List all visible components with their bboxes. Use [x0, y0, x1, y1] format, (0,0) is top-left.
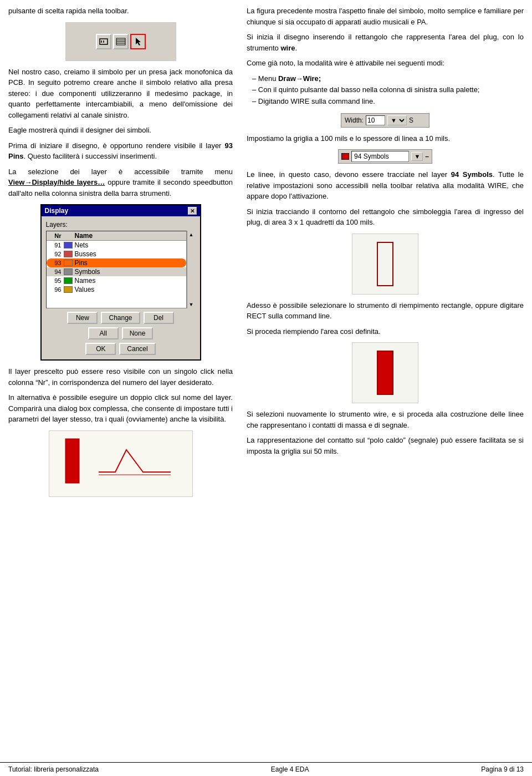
filled-rect-shape — [377, 351, 393, 395]
symbol-widget: 94 Symbols ▼ – — [338, 149, 432, 164]
toolbar-image — [65, 22, 176, 61]
new-button[interactable]: New — [67, 312, 98, 324]
width-widget-container: Width: ▼ S — [247, 113, 524, 128]
para-layer-93-text2: . Questo faciliterà i successivi inserim… — [23, 152, 157, 160]
layer-95-name: Names — [75, 277, 96, 285]
sketch-image-container — [8, 430, 233, 497]
list-item-commandline: Digitando WIRE sulla command line. — [252, 96, 524, 108]
dialog-btn-row-1: New Change Del — [46, 312, 196, 324]
layer-93-name: Pins — [75, 259, 88, 267]
footer-center: Eagle 4 EDA — [271, 765, 309, 773]
toolbar-btn-highlighted — [130, 34, 146, 49]
list-item-menu: Menu Draw→Wire; — [252, 73, 524, 85]
symbol-layer-label: 94 Symbols — [351, 151, 409, 162]
none-button[interactable]: None — [122, 327, 154, 339]
sketch-svg — [54, 433, 187, 494]
toolbar-icon-cursor — [133, 37, 143, 47]
para-double-click: In alternativa è possibile eseguire un d… — [8, 392, 233, 425]
page: pulsante di scelta rapida nella toolbar. — [0, 0, 532, 776]
layers-label: Layers: — [46, 221, 196, 229]
para-eagle-designer: Eagle mostrerà quindi il designer dei si… — [8, 125, 233, 136]
ok-button[interactable]: OK — [85, 343, 116, 355]
para-polo-caldo: La rappresentazione del contatto sul “po… — [247, 435, 524, 457]
svg-rect-7 — [65, 439, 79, 483]
draw-wire-label: Draw→Wire; — [278, 74, 321, 83]
para-layer-93: Prima di iniziare il disegno, è opportun… — [8, 140, 233, 162]
layers-list[interactable]: Nr Name 91 Nets 92 — [46, 231, 187, 308]
filled-rect-preview — [352, 342, 418, 403]
layer-91-color — [64, 242, 73, 248]
layer-92-color — [64, 251, 73, 257]
filled-rect-container — [247, 342, 524, 403]
dialog-close-button[interactable]: ✕ — [188, 207, 197, 215]
sketch-image — [49, 430, 193, 497]
width-unit-dropdown[interactable]: ▼ — [387, 115, 407, 125]
layer-row-92[interactable]: 92 Busses — [47, 250, 186, 258]
content-area: pulsante di scelta rapida nella toolbar. — [0, 0, 532, 762]
para-layer-93-text1: Prima di iniziare il disegno, è opportun… — [8, 141, 225, 150]
col-name: Name — [75, 232, 93, 240]
footer-left: Tutorial: libreria personalizzata — [8, 765, 99, 773]
para-rect-tool: Adesso è possibile selezionare lo strume… — [247, 300, 524, 322]
layer-94-nr: 94 — [48, 268, 62, 275]
para-jack: Nel nostro caso, creiamo il simbolo per … — [8, 67, 233, 121]
symbol-widget-container: 94 Symbols ▼ – — [247, 149, 524, 164]
width-widget: Width: ▼ S — [341, 113, 429, 128]
para-figura: La figura precedente mostra l'aspetto fi… — [247, 6, 524, 27]
toolbar-image-container — [8, 22, 233, 61]
para-modalita-wire: Come già noto, la modalità wire è attiva… — [247, 58, 524, 69]
layer-91-nr: 91 — [48, 242, 62, 248]
layers-header: Nr Name — [47, 231, 186, 241]
layer-92-name: Busses — [75, 250, 96, 258]
symbol-dropdown-btn[interactable]: ▼ — [411, 152, 423, 161]
width-input[interactable] — [366, 115, 385, 125]
toolbar-icon-2 — [116, 37, 126, 47]
layer-95-nr: 95 — [48, 277, 62, 284]
layer-93-color — [64, 260, 73, 266]
width-label: Width: — [345, 116, 364, 124]
para-view-menu: La selezione dei layer è accessibile tra… — [8, 166, 233, 199]
para-layer-94-text1: Le linee, in questo caso, devono essere … — [247, 170, 451, 179]
scrollbar-down-arrow[interactable]: ▼ — [189, 302, 194, 307]
cancel-button[interactable]: Cancel — [119, 343, 155, 355]
all-button[interactable]: All — [88, 327, 119, 339]
del-button[interactable]: Del — [144, 312, 174, 324]
para-toolbar: pulsante di scelta rapida nella toolbar. — [8, 6, 233, 17]
para-wire-segnale: Si selezioni nuovamente lo strumento wir… — [247, 409, 524, 430]
footer: Tutorial: libreria personalizzata Eagle … — [0, 762, 532, 776]
para-riempiendo: Si proceda riempiendo l'area così defini… — [247, 326, 524, 337]
dialog-btn-row-2: All None — [46, 327, 196, 339]
symbol-color-swatch — [341, 153, 349, 160]
left-column: pulsante di scelta rapida nella toolbar. — [8, 6, 241, 757]
width-unit-label: S — [409, 116, 413, 124]
layer-row-91[interactable]: 91 Nets — [47, 241, 186, 250]
layer-96-name: Values — [75, 286, 95, 293]
para-view-link: View→Display/hide layers… — [8, 178, 105, 186]
layer-96-color — [64, 286, 73, 293]
wire-modes-list: Menu Draw→Wire; Con il quinto pulsante d… — [247, 73, 524, 108]
dialog-body: Layers: Nr Name 91 — [42, 216, 200, 359]
layers-scrollbar[interactable]: ▲ ▼ — [187, 231, 196, 308]
toolbar-buttons — [96, 34, 146, 49]
toolbar-btn-2 — [113, 34, 129, 49]
outline-rect-shape — [377, 242, 393, 286]
change-button[interactable]: Change — [101, 312, 140, 324]
layer-row-95[interactable]: 95 Names — [47, 276, 186, 285]
toolbar-icon-1 — [99, 37, 109, 47]
layer-91-name: Nets — [75, 241, 89, 249]
layer-95-color — [64, 277, 73, 284]
layer-row-94[interactable]: 94 Symbols — [47, 267, 186, 276]
outline-rect-container — [247, 234, 524, 295]
layer-96-nr: 96 — [48, 286, 62, 293]
layer-row-96[interactable]: 96 Values — [47, 285, 186, 294]
layer-92-nr: 92 — [48, 251, 62, 257]
para-layer-94-bold: 94 Symbols — [451, 170, 493, 179]
layers-list-container: Nr Name 91 Nets 92 — [46, 231, 196, 308]
layer-row-93[interactable]: 93 Pins — [47, 258, 186, 267]
scrollbar-up-arrow[interactable]: ▲ — [189, 232, 194, 237]
symbol-minus-btn[interactable]: – — [425, 153, 429, 160]
para-disegno-wire: Si inizia il disegno inserendo il rettan… — [247, 32, 524, 53]
dialog-titlebar: Display ✕ — [42, 205, 200, 216]
para-contorno: Si inizia tracciando il contorno del ret… — [247, 206, 524, 228]
dialog-title: Display — [45, 207, 69, 215]
